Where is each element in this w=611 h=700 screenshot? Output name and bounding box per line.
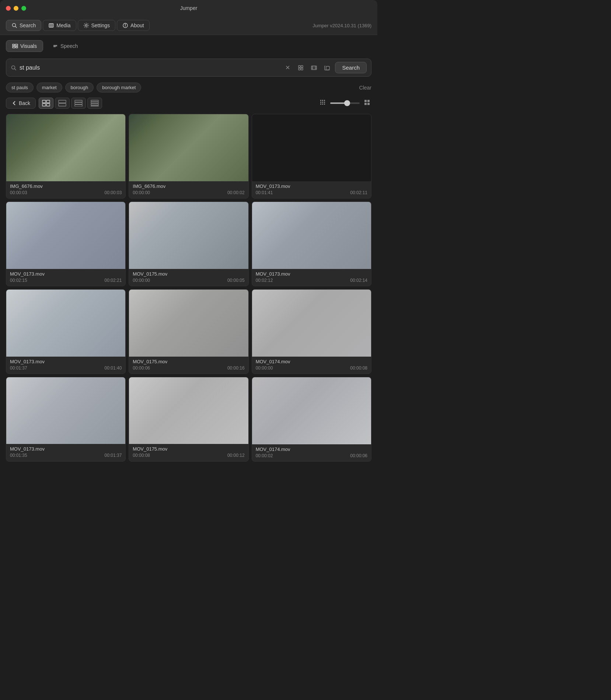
video-filename: MOV_0173.mov bbox=[10, 446, 122, 452]
search-icon bbox=[11, 22, 17, 28]
video-card[interactable]: MOV_0173.mov 00:01:35 00:01:37 bbox=[6, 377, 126, 462]
video-card[interactable]: MOV_0173.mov 00:02:15 00:02:21 bbox=[6, 202, 126, 286]
nav-media-button[interactable]: Media bbox=[43, 20, 76, 31]
view-size-3[interactable] bbox=[71, 98, 86, 109]
video-info: MOV_0173.mov 00:02:15 00:02:21 bbox=[6, 269, 125, 286]
grid-view-toggle[interactable] bbox=[295, 62, 306, 73]
svg-rect-49 bbox=[324, 102, 325, 103]
grid-size-slider[interactable] bbox=[330, 102, 360, 104]
svg-rect-19 bbox=[298, 66, 300, 67]
svg-rect-35 bbox=[59, 100, 66, 103]
video-info: MOV_0173.mov 00:01:35 00:01:37 bbox=[6, 444, 125, 461]
close-button[interactable] bbox=[6, 6, 11, 11]
titlebar: Jumper bbox=[0, 0, 377, 16]
clear-tags-button[interactable]: Clear bbox=[359, 85, 371, 91]
search-input[interactable] bbox=[20, 64, 279, 71]
video-times: 00:00:00 00:00:08 bbox=[256, 365, 367, 371]
svg-rect-55 bbox=[364, 103, 367, 105]
video-thumbnail bbox=[6, 290, 125, 357]
video-info: MOV_0173.mov 00:01:37 00:01:40 bbox=[6, 357, 125, 374]
video-times: 00:00:00 00:00:02 bbox=[133, 190, 244, 195]
video-filename: MOV_0175.mov bbox=[133, 446, 244, 452]
video-time-end: 00:00:05 bbox=[227, 278, 245, 283]
tab-speech[interactable]: Speech bbox=[46, 40, 84, 52]
grid-size-slider-container bbox=[330, 102, 360, 104]
video-time-end: 00:00:08 bbox=[350, 365, 367, 371]
video-info: MOV_0173.mov 00:02:12 00:02:14 bbox=[252, 269, 371, 286]
minimize-button[interactable] bbox=[14, 6, 18, 11]
video-times: 00:00:08 00:00:12 bbox=[133, 453, 244, 458]
video-card[interactable]: MOV_0175.mov 00:00:06 00:00:16 bbox=[129, 289, 248, 374]
video-card[interactable]: MOV_0175.mov 00:00:08 00:00:12 bbox=[129, 377, 248, 462]
svg-rect-37 bbox=[75, 100, 82, 102]
video-thumbnail bbox=[252, 290, 371, 357]
nav-settings-button[interactable]: Settings bbox=[78, 20, 116, 31]
svg-rect-11 bbox=[15, 44, 18, 46]
tag-borough-market[interactable]: borough market bbox=[97, 83, 141, 92]
video-card[interactable]: MOV_0173.mov 00:01:41 00:02:11 bbox=[252, 114, 371, 199]
clear-input-button[interactable]: ✕ bbox=[282, 62, 293, 73]
svg-rect-45 bbox=[322, 100, 323, 101]
video-time-start: 00:01:41 bbox=[256, 190, 273, 195]
video-time-end: 00:01:37 bbox=[105, 453, 122, 458]
grid-small-icon[interactable] bbox=[318, 98, 327, 108]
svg-rect-56 bbox=[367, 103, 370, 105]
svg-rect-41 bbox=[91, 102, 98, 104]
video-thumbnail bbox=[6, 202, 125, 269]
video-card[interactable]: MOV_0174.mov 00:00:00 00:00:08 bbox=[252, 289, 371, 374]
dots-grid-small bbox=[320, 99, 326, 105]
nav-search-button[interactable]: Search bbox=[6, 20, 41, 31]
video-thumbnail bbox=[252, 114, 371, 181]
video-card[interactable]: MOV_0174.mov 00:00:02 00:00:06 bbox=[252, 377, 371, 462]
tag-borough[interactable]: borough bbox=[65, 83, 94, 92]
video-card[interactable]: MOV_0173.mov 00:02:12 00:02:14 bbox=[252, 202, 371, 286]
svg-rect-39 bbox=[75, 105, 82, 106]
svg-rect-33 bbox=[42, 104, 46, 106]
chevron-left-icon bbox=[11, 100, 17, 106]
video-card[interactable]: MOV_0175.mov 00:00:00 00:00:05 bbox=[129, 202, 248, 286]
size-icon-4 bbox=[91, 100, 99, 106]
video-card[interactable]: MOV_0173.mov 00:01:37 00:01:40 bbox=[6, 289, 126, 374]
video-thumbnail bbox=[6, 114, 125, 181]
video-time-start: 00:00:03 bbox=[10, 190, 27, 195]
nav-about-button[interactable]: About bbox=[117, 20, 150, 31]
svg-rect-34 bbox=[46, 104, 50, 106]
video-thumbnail bbox=[129, 114, 248, 181]
view-size-1[interactable] bbox=[39, 98, 53, 109]
svg-rect-54 bbox=[367, 100, 370, 102]
video-filename: IMG_6676.mov bbox=[10, 183, 122, 189]
video-info: IMG_6676.mov 00:00:00 00:00:02 bbox=[129, 181, 248, 198]
grid-icon bbox=[298, 65, 304, 71]
video-time-start: 00:02:12 bbox=[256, 278, 273, 283]
video-thumbnail bbox=[129, 290, 248, 357]
video-times: 00:02:12 00:02:14 bbox=[256, 278, 367, 283]
video-time-end: 00:00:06 bbox=[350, 453, 367, 458]
copy-toggle[interactable] bbox=[322, 62, 333, 73]
maximize-button[interactable] bbox=[21, 6, 26, 11]
back-button[interactable]: Back bbox=[6, 98, 36, 109]
video-time-start: 00:02:15 bbox=[10, 278, 27, 283]
video-time-start: 00:00:06 bbox=[133, 365, 150, 371]
search-submit-button[interactable]: Search bbox=[335, 62, 367, 73]
video-thumbnail bbox=[129, 202, 248, 269]
svg-rect-51 bbox=[322, 104, 323, 105]
video-time-start: 00:00:00 bbox=[133, 278, 150, 283]
video-mode-toggle[interactable] bbox=[308, 62, 320, 73]
video-thumbnail bbox=[252, 202, 371, 269]
tab-visuals[interactable]: Visuals bbox=[6, 40, 43, 52]
video-filename: MOV_0174.mov bbox=[256, 359, 367, 364]
svg-rect-30 bbox=[326, 66, 329, 70]
dots-grid-large bbox=[364, 99, 370, 105]
tag-market[interactable]: market bbox=[36, 83, 62, 92]
view-size-4[interactable] bbox=[87, 98, 102, 109]
video-card[interactable]: IMG_6676.mov 00:00:03 00:00:03 bbox=[6, 114, 126, 199]
svg-rect-46 bbox=[324, 100, 325, 101]
tag-st-pauls[interactable]: st pauls bbox=[6, 83, 34, 92]
svg-rect-43 bbox=[91, 106, 98, 106]
back-label: Back bbox=[19, 100, 30, 106]
video-grid: IMG_6676.mov 00:00:03 00:00:03 IMG_6676.… bbox=[0, 111, 377, 465]
view-size-2[interactable] bbox=[55, 98, 70, 109]
grid-large-icon[interactable] bbox=[363, 98, 371, 108]
video-card[interactable]: IMG_6676.mov 00:00:00 00:00:02 bbox=[129, 114, 248, 199]
video-time-end: 00:02:14 bbox=[350, 278, 367, 283]
